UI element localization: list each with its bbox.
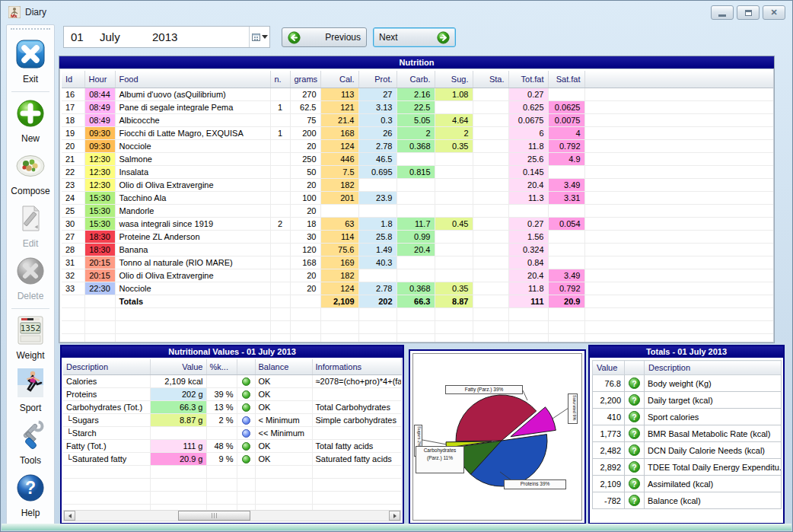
column-header-grams[interactable]: grams	[290, 71, 320, 88]
nv-cell-empty	[150, 478, 206, 491]
restore-button[interactable]	[737, 5, 760, 20]
scroll-left-button[interactable]	[64, 511, 75, 521]
close-button[interactable]: ✕	[763, 5, 785, 20]
nv-column-header[interactable]	[237, 359, 255, 374]
sidebar-item-edit[interactable]: Edit	[7, 200, 54, 253]
nutrition-food-row[interactable]: 1808:49Albicocche7521.40.35.054.640.0675…	[62, 113, 773, 126]
toolbar-gripper[interactable]	[11, 28, 50, 33]
nv-row[interactable]: Calories2,109 kcalOK≈2078=(cho+pro)*4+(f…	[63, 374, 401, 387]
column-header-totfat[interactable]: Tot.fat	[508, 71, 548, 88]
next-button[interactable]: Next	[373, 27, 456, 47]
help-question-icon[interactable]: ?	[629, 478, 640, 489]
nutrition-food-row[interactable]: 2415:30Tacchino Ala10020123.911.33.31	[62, 191, 773, 204]
totals-header-row: ValueDescription	[593, 361, 782, 375]
cell-totfat: 0.0675	[508, 113, 548, 126]
help-question-icon[interactable]: ?	[629, 461, 640, 473]
nv-empty-row	[63, 491, 401, 504]
column-header-id[interactable]: Id	[62, 71, 84, 88]
nutrition-food-row[interactable]: 3220:15Olio di Oliva Extravergine2018220…	[62, 269, 773, 282]
help-question-icon[interactable]: ?	[629, 495, 640, 506]
nv-cell-description: Calories	[63, 374, 150, 387]
totals-column-header[interactable]: Description	[645, 361, 782, 375]
nutrition-food-row[interactable]: 2212:30Insalata507.50.6950.8150.145	[62, 165, 773, 178]
calendar-dropdown-button[interactable]	[249, 27, 269, 47]
nutrition-food-row[interactable]: 2818:30Banana12075.61.4920.40.324	[62, 243, 773, 256]
totals-row[interactable]: 1,773?BMR Basal Metabolic Rate (kcal)	[593, 425, 782, 442]
sidebar-item-delete[interactable]: Delete	[7, 253, 54, 305]
nutrition-food-row[interactable]: 1608:44Albumi d'uovo (asQuilibrium)27011…	[62, 88, 773, 100]
column-header-sta[interactable]: Sta.	[473, 71, 508, 88]
nutrition-food-row[interactable]: 3120:15Tonno al naturale (RIO MARE)16816…	[62, 256, 773, 269]
date-month-field[interactable]: July	[100, 30, 120, 43]
nutrition-food-row[interactable]: 2515:30Mandorle20	[62, 204, 773, 217]
nv-column-header[interactable]: Value	[150, 359, 206, 374]
nv-row[interactable]: Proteins202 g39 %OK	[63, 387, 401, 400]
sidebar-item-exit[interactable]: Exit	[7, 36, 54, 88]
nutrition-food-row[interactable]: 2112:30Salmone25044646.525.64.9	[62, 152, 773, 165]
help-question-icon[interactable]: ?	[629, 411, 640, 422]
nutrition-food-row[interactable]: 1909:30Fiocchi di Latte Magro, EXQUISA12…	[62, 126, 773, 139]
titlebar[interactable]: Mx Diary ✕	[1, 1, 792, 24]
date-day-field[interactable]: 01	[71, 30, 84, 43]
totals-row[interactable]: 2,482?DCN Daily Calorie Needs (kcal)	[593, 442, 782, 459]
nv-column-header[interactable]: Balance	[255, 359, 312, 374]
totals-row[interactable]: 2,109?Assimilated (kcal)	[593, 476, 782, 492]
totals-row[interactable]: 2,200?Daily target (kcal)	[593, 392, 782, 409]
column-header-carb[interactable]: Carb.	[396, 71, 435, 88]
nv-row[interactable]: └Saturated fatty20.9 g9 %OKSaturated fat…	[63, 452, 401, 465]
sidebar-item-help[interactable]: ?Help	[7, 470, 54, 522]
cell-food: Proteine ZL Anderson	[115, 230, 270, 243]
totals-row[interactable]: 76.8?Body weight (Kg)	[593, 375, 782, 392]
date-year-field[interactable]: 2013	[152, 30, 177, 43]
totals-column-header[interactable]	[625, 361, 645, 375]
nv-column-header[interactable]: Description	[63, 359, 150, 374]
cell-prot	[358, 178, 396, 191]
nutrition-food-row[interactable]: 2009:30Nocciole201242.780.3680.3511.80.7…	[62, 139, 773, 152]
totals-row[interactable]: 410?Sport calories	[593, 409, 782, 425]
sidebar-item-compose[interactable]: Compose	[7, 148, 54, 200]
cell-totfat: 0.27	[508, 217, 548, 230]
nv-row[interactable]: └Sugars8.87 g2 %< MinimumSimple carbohyd…	[63, 413, 401, 426]
column-header-hour[interactable]: Hour	[84, 71, 115, 88]
help-question-icon[interactable]: ?	[629, 428, 640, 439]
totals-row[interactable]: -782?Balance (kcal)	[593, 492, 782, 509]
sidebar-item-tools[interactable]: Tools	[7, 417, 54, 470]
cell-sta	[473, 282, 508, 295]
svg-text:?: ?	[25, 478, 36, 498]
nv-column-header[interactable]: %k...	[206, 359, 237, 374]
column-header-n[interactable]: n.	[270, 71, 290, 88]
totals-cell-help: ?	[625, 476, 645, 492]
cell-cal: 114	[320, 230, 358, 243]
sidebar-item-sport[interactable]: Sport	[7, 365, 54, 417]
nv-row[interactable]: └Starch<< Minimum	[63, 426, 401, 439]
sidebar-item-new[interactable]: New	[7, 95, 54, 148]
column-header-prot[interactable]: Prot.	[358, 71, 396, 88]
nv-row[interactable]: Carbohydrates (Tot.)66.3 g13 %OKTotal Ca…	[63, 400, 401, 413]
totals-column-header[interactable]: Value	[593, 361, 625, 375]
cell-grams: 168	[290, 256, 320, 269]
nutrition-food-row[interactable]: 3015:30wasa integrali since 1919218631.8…	[62, 217, 773, 230]
minimize-button[interactable]	[711, 5, 734, 20]
column-header-food[interactable]: Food	[115, 71, 270, 88]
scrollbar-thumb[interactable]	[178, 511, 250, 521]
column-header-satfat[interactable]: Sat.fat	[548, 71, 584, 88]
column-header-cal[interactable]: Cal.	[320, 71, 358, 88]
totals-row[interactable]: 2,892?TDEE Total Daily Energy Expenditu.…	[593, 459, 782, 476]
help-question-icon[interactable]: ?	[629, 377, 640, 389]
previous-button[interactable]: Previous	[282, 27, 367, 47]
scroll-right-button[interactable]	[389, 511, 400, 521]
date-picker[interactable]: 01 July 2013	[63, 26, 270, 48]
nutrition-food-row[interactable]: 1708:49Pane di segale integrale Pema162.…	[62, 100, 773, 113]
sidebar-item-weight[interactable]: 1352Weight	[7, 312, 54, 365]
nv-row[interactable]: Fatty (Tot.)111 g48 %OKTotal fatty acids	[63, 439, 401, 452]
help-question-icon[interactable]: ?	[629, 394, 640, 406]
nutrition-totals-row[interactable]: Totals2,10920266.38.8711120.9	[62, 295, 773, 307]
cell-empty	[84, 333, 115, 342]
help-question-icon[interactable]: ?	[629, 444, 640, 456]
nutrition-food-row[interactable]: 2718:30Proteine ZL Anderson3011425.80.99…	[62, 230, 773, 243]
nutrition-food-row[interactable]: 2312:30Olio di Oliva Extravergine2018220…	[62, 178, 773, 191]
column-header-sug[interactable]: Sug.	[435, 71, 473, 88]
nv-column-header[interactable]: Informations	[312, 359, 401, 374]
nutrition-food-row[interactable]: 3322:30Nocciole201242.780.3680.3511.80.7…	[62, 282, 773, 295]
horizontal-scrollbar[interactable]	[63, 510, 401, 521]
